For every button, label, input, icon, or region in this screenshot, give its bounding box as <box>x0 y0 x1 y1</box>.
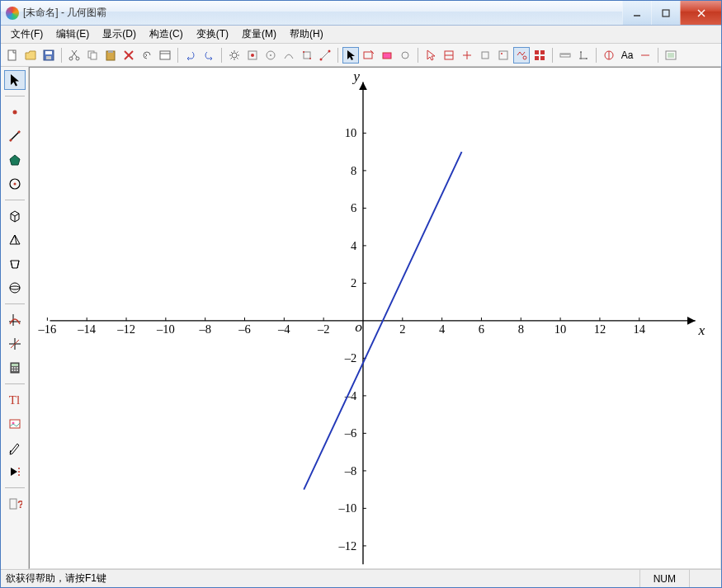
svg-point-83 <box>18 474 20 476</box>
menu-display[interactable]: 显示(D) <box>96 26 143 43</box>
svg-point-58 <box>12 111 17 115</box>
svg-text:–8: –8 <box>198 322 211 336</box>
function-tool[interactable] <box>4 310 26 330</box>
gear-icon[interactable] <box>226 47 243 64</box>
image-tool[interactable] <box>4 414 26 434</box>
tool-icon-12[interactable] <box>477 47 493 64</box>
tool-icon-11[interactable] <box>459 47 475 64</box>
top-toolbar: Aa <box>1 44 721 67</box>
svg-rect-75 <box>17 367 18 369</box>
ruler-icon[interactable] <box>557 47 573 64</box>
tool-icon-1[interactable] <box>244 47 261 64</box>
canvas[interactable]: –16–14–12–10–8–6–4–22468101214–12–10–8–6… <box>29 67 721 569</box>
pen-tool[interactable] <box>4 438 26 458</box>
save-icon[interactable] <box>40 47 57 64</box>
minimize-button[interactable] <box>622 1 651 25</box>
undo-all-icon[interactable] <box>139 47 155 64</box>
prism-tool[interactable] <box>4 254 26 274</box>
text-tool[interactable]: Tl <box>4 390 26 410</box>
tool-icon-9[interactable] <box>422 47 439 64</box>
cube-tool[interactable] <box>4 206 26 226</box>
menu-help[interactable]: 帮助(H) <box>283 26 330 43</box>
svg-rect-78 <box>17 369 18 371</box>
menu-construct[interactable]: 构造(C) <box>143 26 190 43</box>
svg-rect-4 <box>8 50 16 60</box>
menu-measure[interactable]: 度量(M) <box>235 26 283 43</box>
svg-rect-73 <box>12 367 13 369</box>
copy-icon[interactable] <box>84 47 101 64</box>
open-file-icon[interactable] <box>22 47 39 64</box>
new-file-icon[interactable] <box>4 47 21 64</box>
tool-icon-17[interactable] <box>663 47 679 64</box>
svg-rect-84 <box>10 499 17 509</box>
svg-point-65 <box>10 286 20 289</box>
animate-tool[interactable] <box>4 462 26 482</box>
menu-file[interactable]: 文件(F) <box>4 26 50 43</box>
svg-rect-25 <box>304 52 310 59</box>
svg-text:–6: –6 <box>238 322 251 336</box>
svg-line-28 <box>321 51 329 59</box>
tool-icon-7[interactable] <box>379 47 395 64</box>
tool-icon-15[interactable] <box>601 47 617 64</box>
svg-point-20 <box>232 53 237 58</box>
help-tool[interactable]: ? <box>4 494 26 514</box>
polygon-tool[interactable] <box>4 150 26 170</box>
svg-text:–2: –2 <box>344 351 357 365</box>
tool-icon-16[interactable] <box>637 47 654 64</box>
svg-point-26 <box>303 51 304 53</box>
svg-rect-43 <box>540 50 545 54</box>
svg-point-63 <box>13 183 16 186</box>
svg-point-30 <box>328 49 331 52</box>
arrow-tool[interactable] <box>4 70 26 90</box>
svg-text:–2: –2 <box>317 322 330 336</box>
tool-icon-4[interactable] <box>299 47 315 64</box>
redo-icon[interactable] <box>201 47 217 64</box>
svg-text:6: 6 <box>351 201 356 214</box>
undo-icon[interactable] <box>182 47 199 64</box>
tool-icon-2[interactable] <box>262 47 279 64</box>
calculator-tool[interactable] <box>4 358 26 378</box>
properties-icon[interactable] <box>157 47 173 64</box>
svg-rect-45 <box>540 56 545 60</box>
svg-point-24 <box>270 54 271 56</box>
circle-tool[interactable] <box>4 174 26 194</box>
tool-icon-10[interactable] <box>441 47 457 64</box>
tool-icon-5[interactable] <box>317 47 333 64</box>
line-tool[interactable] <box>4 126 26 146</box>
axes-icon[interactable] <box>575 47 592 64</box>
coord-tool[interactable] <box>4 334 26 354</box>
svg-rect-44 <box>535 56 539 60</box>
tetrahedron-tool[interactable] <box>4 230 26 250</box>
tool-icon-13[interactable] <box>495 47 512 64</box>
svg-point-82 <box>18 471 20 473</box>
svg-text:x: x <box>698 322 705 338</box>
tool-icon-6[interactable] <box>361 47 377 64</box>
svg-point-27 <box>309 58 311 59</box>
text-icon[interactable]: Aa <box>619 47 635 64</box>
sphere-tool[interactable] <box>4 278 26 298</box>
window-title: [未命名] - 几何图霸 <box>23 6 622 20</box>
tool-icon-14[interactable] <box>513 47 530 64</box>
point-tool[interactable] <box>4 102 26 122</box>
maximize-button[interactable] <box>651 1 680 25</box>
svg-text:y: y <box>352 68 360 83</box>
tool-icon-8[interactable] <box>397 47 413 64</box>
svg-point-10 <box>69 57 73 60</box>
svg-text:–16: –16 <box>37 322 56 336</box>
delete-icon[interactable] <box>120 47 137 64</box>
tool-icon-3[interactable] <box>281 47 297 64</box>
status-empty <box>689 570 716 587</box>
svg-text:–10: –10 <box>337 501 356 515</box>
statusbar: 欲获得帮助，请按F1键 NUM <box>1 569 721 587</box>
menu-edit[interactable]: 编辑(E) <box>50 26 96 43</box>
svg-text:–4: –4 <box>277 322 290 336</box>
close-button[interactable] <box>680 1 721 25</box>
cut-icon[interactable] <box>66 47 83 64</box>
svg-point-64 <box>10 283 20 293</box>
menu-transform[interactable]: 变换(T) <box>190 26 235 43</box>
status-num: NUM <box>639 570 689 587</box>
paste-icon[interactable] <box>102 47 119 64</box>
grid-icon[interactable] <box>531 47 548 64</box>
app-icon <box>6 7 19 20</box>
select-arrow-icon[interactable] <box>342 47 359 64</box>
